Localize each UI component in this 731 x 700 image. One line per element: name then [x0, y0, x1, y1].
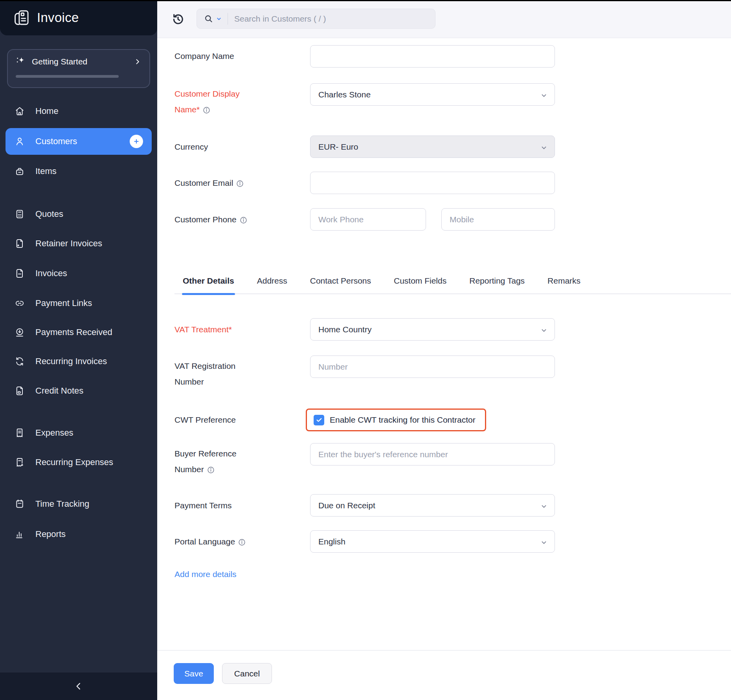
cwt-preference-label: CWT Preference [174, 412, 255, 428]
payments-received-icon [14, 327, 25, 338]
getting-started-card[interactable]: Getting Started [7, 49, 150, 88]
items-bag-icon [14, 166, 25, 177]
payment-terms-label: Payment Terms [174, 498, 255, 513]
vat-registration-label: VAT Registration Number [174, 358, 255, 390]
customer-form: Company Name Customer Display Name* Char… [157, 38, 731, 650]
sidebar-item-payment-links[interactable]: Payment Links [0, 292, 157, 314]
cwt-checkbox[interactable] [314, 415, 324, 425]
sidebar-item-recurring-invoices[interactable]: Recurring Invoices [0, 350, 157, 372]
search-icon [204, 14, 213, 24]
sparkle-icon [15, 56, 27, 68]
chevron-down-icon [540, 503, 547, 510]
company-name-label: Company Name [174, 48, 255, 64]
window-top-edge [0, 0, 731, 1]
credit-notes-icon [14, 385, 25, 396]
chevron-down-icon [540, 327, 547, 334]
sidebar-item-recurring-expenses[interactable]: Recurring Expenses [0, 451, 157, 473]
customer-display-name-select[interactable]: Charles Stone [310, 83, 555, 106]
save-button[interactable]: Save [174, 663, 214, 684]
home-icon [14, 106, 25, 117]
getting-started-progress [16, 75, 119, 78]
getting-started-label: Getting Started [32, 57, 87, 66]
chevron-down-icon [540, 144, 547, 151]
sidebar: Invoice Getting Started Home [0, 0, 157, 700]
top-header [157, 0, 731, 38]
chevron-down-icon [540, 92, 547, 99]
company-name-input[interactable] [310, 45, 555, 68]
search-input[interactable] [228, 14, 435, 24]
sidebar-item-reports[interactable]: Reports [0, 523, 157, 545]
tab-other-details[interactable]: Other Details [183, 273, 234, 294]
tab-address[interactable]: Address [257, 273, 287, 294]
reports-icon [14, 529, 25, 540]
quotes-icon [14, 209, 25, 220]
sidebar-item-invoices[interactable]: Invoices [0, 262, 157, 284]
invoices-icon [14, 268, 25, 279]
info-icon[interactable] [207, 466, 215, 474]
retainer-invoices-icon [14, 238, 25, 249]
vat-treatment-select[interactable]: Home Country [310, 318, 555, 341]
add-more-details-link[interactable]: Add more details [174, 570, 237, 579]
chevron-right-icon [134, 58, 141, 66]
cancel-button[interactable]: Cancel [222, 663, 272, 684]
search-scope-chevron-icon [216, 16, 222, 22]
invoice-app-logo-icon [13, 9, 31, 27]
global-search [197, 9, 435, 29]
currency-label: Currency [174, 139, 255, 155]
portal-language-label: Portal Language [174, 534, 255, 550]
portal-language-select[interactable]: English [310, 530, 555, 553]
payment-terms-select[interactable]: Due on Receipt [310, 494, 555, 517]
detail-tabs: Other Details Address Contact Persons Cu… [174, 273, 731, 294]
sidebar-item-time-tracking[interactable]: Time Tracking [0, 493, 157, 515]
sidebar-item-credit-notes[interactable]: Credit Notes [0, 380, 157, 402]
time-tracking-icon [14, 498, 25, 509]
tab-contact-persons[interactable]: Contact Persons [310, 273, 371, 294]
tab-custom-fields[interactable]: Custom Fields [394, 273, 446, 294]
customer-phone-label: Customer Phone [174, 212, 255, 227]
active-tab-underline [182, 293, 235, 295]
vat-registration-input[interactable] [310, 355, 555, 378]
buyer-reference-label: Buyer Reference Number [174, 446, 255, 477]
search-scope-selector[interactable] [197, 14, 228, 24]
customer-display-name-label: Customer Display Name* [174, 86, 255, 117]
collapse-sidebar-icon [73, 681, 84, 691]
work-phone-input[interactable] [310, 208, 426, 231]
form-action-bar: Save Cancel [157, 650, 731, 700]
mobile-phone-input[interactable] [441, 208, 555, 231]
customers-icon [14, 136, 25, 147]
tab-reporting-tags[interactable]: Reporting Tags [469, 273, 525, 294]
currency-select: EUR- Euro [310, 136, 555, 158]
payment-links-icon [14, 298, 25, 309]
vat-treatment-label: VAT Treatment* [174, 322, 255, 337]
recent-history-button[interactable] [170, 11, 186, 27]
expenses-icon [14, 427, 25, 438]
app-title: Invoice [37, 10, 79, 25]
info-icon[interactable] [203, 106, 210, 114]
sidebar-collapse-bar[interactable] [0, 673, 157, 700]
info-icon[interactable] [236, 180, 244, 187]
recurring-invoices-icon [14, 356, 25, 367]
sidebar-item-expenses[interactable]: Expenses [0, 422, 157, 444]
chevron-down-icon [540, 539, 547, 546]
sidebar-item-home[interactable]: Home [0, 100, 157, 122]
sidebar-item-customers[interactable]: Customers [6, 128, 152, 155]
add-customer-button[interactable] [130, 135, 143, 148]
buyer-reference-input[interactable] [310, 443, 555, 465]
info-icon[interactable] [238, 539, 246, 546]
app-header: Invoice [0, 0, 157, 35]
cwt-highlight-box: Enable CWT tracking for this Contractor [306, 409, 486, 431]
customer-email-label: Customer Email [174, 175, 255, 191]
customer-email-input[interactable] [310, 172, 555, 194]
history-reload-icon [171, 12, 186, 27]
cwt-checkbox-label[interactable]: Enable CWT tracking for this Contractor [330, 415, 476, 425]
info-icon[interactable] [240, 216, 247, 224]
tab-remarks[interactable]: Remarks [547, 273, 580, 294]
sidebar-item-retainer-invoices[interactable]: Retainer Invoices [0, 233, 157, 255]
recurring-expenses-icon [14, 457, 25, 468]
sidebar-item-payments-received[interactable]: Payments Received [0, 321, 157, 343]
sidebar-item-items[interactable]: Items [0, 160, 157, 182]
sidebar-item-quotes[interactable]: Quotes [0, 203, 157, 225]
